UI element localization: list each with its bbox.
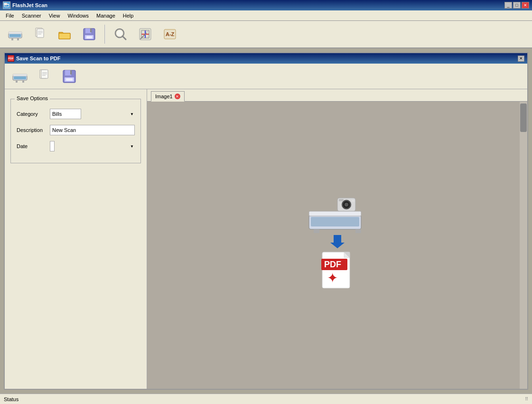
content-area: PDF Save Scan to PDF ✕ — [0, 48, 532, 394]
toolbar-folder-button[interactable] — [53, 23, 76, 45]
svg-rect-45 — [70, 70, 72, 75]
inner-dialog: PDF Save Scan to PDF ✕ — [4, 52, 528, 390]
menu-manage[interactable]: Manage — [93, 12, 119, 19]
status-text: Status — [4, 396, 525, 402]
dialog-save-button[interactable] — [58, 66, 81, 87]
save-options-group: Save Options Category Bills Documents Ph… — [10, 99, 141, 163]
svg-rect-52 — [339, 199, 344, 201]
svg-rect-16 — [59, 33, 70, 39]
svg-rect-35 — [13, 74, 27, 76]
toolbar-ocr-button[interactable]: A-Z — [159, 23, 181, 45]
minimize-button[interactable]: _ — [504, 2, 512, 9]
svg-rect-7 — [17, 38, 19, 40]
menu-help[interactable]: Help — [119, 12, 138, 19]
svg-rect-53 — [352, 200, 355, 202]
title-bar: FlashJet Scan _ □ ✕ — [0, 0, 532, 10]
svg-rect-55 — [311, 217, 359, 226]
main-toolbar: A-Z — [0, 21, 532, 48]
tab-bar: Image1 ✕ — [147, 89, 527, 102]
pdf-icon: PDF ✦ — [318, 248, 356, 293]
app-icon — [3, 1, 10, 9]
svg-rect-19 — [90, 28, 92, 32]
category-row: Category Bills Documents Photos Other — [17, 109, 135, 119]
status-bar: Status ⠿ — [0, 394, 532, 404]
svg-point-51 — [345, 203, 348, 207]
svg-rect-4 — [9, 34, 21, 37]
svg-rect-13 — [38, 31, 43, 32]
category-label: Category — [17, 111, 50, 117]
resize-grip: ⠿ — [525, 396, 528, 402]
image-canvas: PDF ✦ — [147, 102, 527, 389]
arrow-down — [330, 235, 345, 248]
svg-marker-59 — [330, 235, 345, 248]
svg-rect-41 — [42, 74, 47, 75]
close-button[interactable]: ✕ — [522, 2, 529, 9]
inner-title-bar: PDF Save Scan to PDF ✕ — [5, 53, 527, 64]
right-panel: Image1 ✕ — [147, 89, 527, 389]
left-panel: Save Options Category Bills Documents Ph… — [5, 89, 147, 389]
svg-rect-12 — [37, 29, 44, 38]
date-row: Date — [17, 141, 135, 151]
scanner-with-camera — [304, 197, 371, 235]
svg-rect-15 — [38, 34, 41, 35]
tab-label: Image1 — [155, 94, 173, 99]
svg-rect-57 — [314, 229, 319, 233]
dialog-toolbar — [5, 64, 527, 89]
svg-rect-6 — [11, 38, 13, 40]
scrollbar-thumb[interactable] — [520, 103, 527, 132]
svg-line-24 — [122, 36, 126, 39]
description-row: Description — [17, 125, 135, 135]
toolbar-search-button[interactable] — [109, 23, 132, 45]
toolbar-save-button[interactable] — [78, 23, 101, 45]
svg-rect-40 — [42, 72, 47, 73]
category-select-wrapper: Bills Documents Photos Other — [50, 109, 135, 119]
tab-close-button[interactable]: ✕ — [175, 94, 180, 99]
menu-bar: File Scanner View Windows Manage Help — [0, 10, 532, 21]
toolbar-document-button[interactable] — [28, 23, 51, 45]
toolbar-scan-button[interactable] — [4, 23, 27, 45]
svg-rect-36 — [16, 81, 18, 83]
svg-rect-34 — [14, 76, 26, 79]
dialog-scan-button[interactable] — [9, 66, 31, 87]
scrollbar[interactable] — [520, 102, 527, 389]
menu-scanner[interactable]: Scanner — [18, 12, 45, 19]
scan-illustration: PDF ✦ — [304, 197, 371, 293]
svg-text:A-Z: A-Z — [166, 31, 175, 37]
svg-rect-5 — [9, 32, 22, 34]
window-controls[interactable]: _ □ ✕ — [504, 2, 529, 9]
svg-text:✦: ✦ — [327, 271, 338, 285]
svg-rect-58 — [355, 229, 361, 233]
svg-point-23 — [117, 30, 122, 36]
menu-view[interactable]: View — [45, 12, 64, 19]
svg-rect-21 — [86, 36, 92, 38]
svg-rect-37 — [22, 81, 24, 83]
maximize-button[interactable]: □ — [513, 2, 521, 9]
toolbar-sep-1 — [104, 25, 105, 44]
toolbar-tools-button[interactable] — [134, 23, 157, 45]
category-select[interactable]: Bills Documents Photos Other — [50, 109, 81, 119]
date-label: Date — [17, 143, 50, 149]
svg-rect-14 — [38, 32, 43, 33]
svg-text:PDF: PDF — [324, 260, 341, 269]
menu-windows[interactable]: Windows — [64, 12, 93, 19]
image-tab[interactable]: Image1 ✕ — [151, 91, 185, 102]
dialog-icon: PDF — [8, 55, 14, 62]
dialog-body: Save Options Category Bills Documents Ph… — [5, 89, 527, 389]
svg-rect-47 — [66, 78, 73, 81]
dialog-pages-button[interactable] — [33, 66, 56, 87]
dialog-title: Save Scan to PDF — [16, 56, 61, 61]
description-input[interactable] — [50, 125, 135, 135]
app-title: FlashJet Scan — [12, 2, 47, 8]
description-label: Description — [17, 127, 50, 133]
svg-rect-42 — [42, 75, 46, 76]
date-select[interactable] — [50, 141, 55, 151]
svg-rect-2 — [4, 3, 7, 5]
dialog-close-button[interactable]: ✕ — [518, 56, 524, 62]
menu-file[interactable]: File — [2, 12, 18, 19]
svg-rect-56 — [309, 211, 361, 216]
save-options-legend: Save Options — [15, 95, 50, 101]
date-select-wrapper — [50, 141, 135, 151]
